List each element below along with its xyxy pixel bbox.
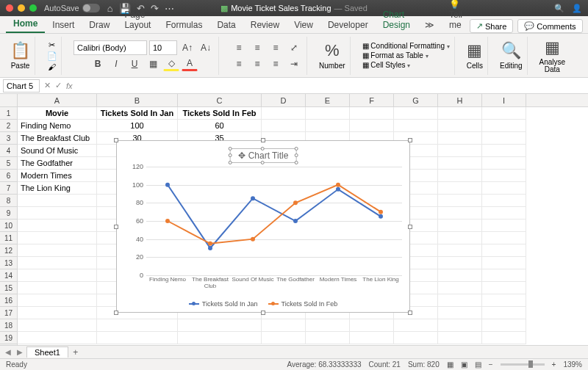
cell[interactable]	[482, 294, 526, 307]
close-icon[interactable]	[6, 4, 13, 12]
cell[interactable]	[438, 332, 482, 344]
column-header[interactable]: D	[262, 94, 306, 106]
row-header[interactable]: 13	[0, 257, 17, 269]
comments-button[interactable]: 💬Comments	[517, 19, 582, 33]
cell[interactable]	[97, 319, 178, 332]
copy-icon[interactable]: 📄	[47, 51, 57, 61]
cell[interactable]: The Lion King	[18, 182, 97, 195]
cell[interactable]	[482, 232, 526, 244]
cell[interactable]: 60	[178, 120, 262, 132]
column-header[interactable]: G	[394, 94, 438, 106]
cell[interactable]	[438, 157, 482, 170]
cell[interactable]	[482, 244, 526, 257]
row-header[interactable]: 12	[0, 244, 17, 257]
cell[interactable]	[350, 120, 394, 132]
resize-handle[interactable]	[114, 225, 118, 229]
cell[interactable]	[438, 319, 482, 332]
resize-handle[interactable]	[408, 138, 412, 142]
column-header[interactable]: E	[306, 94, 350, 106]
cell[interactable]	[482, 269, 526, 282]
tab-view[interactable]: View	[287, 17, 320, 33]
home-icon[interactable]: ⌂	[107, 3, 113, 14]
cell[interactable]	[482, 307, 526, 319]
tab-review[interactable]: Review	[243, 17, 287, 33]
cell[interactable]	[350, 332, 394, 344]
cell[interactable]	[482, 332, 526, 344]
font-name-select[interactable]	[74, 40, 147, 55]
zoom-slider[interactable]	[501, 363, 545, 366]
cell[interactable]	[482, 207, 526, 220]
resize-handle[interactable]	[261, 311, 265, 315]
legend-item[interactable]: Tickets Sold In Jan	[189, 300, 258, 308]
tab-formulas[interactable]: Formulas	[158, 17, 209, 33]
cell[interactable]	[350, 107, 394, 120]
more-icon[interactable]: ⋯	[165, 3, 174, 14]
cell[interactable]	[18, 282, 97, 294]
cell[interactable]	[262, 107, 306, 120]
cell[interactable]	[438, 257, 482, 269]
column-header[interactable]: B	[97, 94, 178, 106]
resize-handle[interactable]	[408, 225, 412, 229]
cells-icon[interactable]: ▦	[467, 41, 482, 60]
align-top-icon[interactable]: ≡	[231, 40, 247, 55]
decrease-font-icon[interactable]: A↓	[198, 40, 214, 55]
cell[interactable]	[482, 120, 526, 132]
align-center-icon[interactable]: ≡	[249, 57, 265, 71]
cell[interactable]	[262, 120, 306, 132]
row-header[interactable]: 19	[0, 332, 17, 344]
sheet-nav-prev-icon[interactable]: ◀	[3, 348, 13, 356]
cell[interactable]	[18, 207, 97, 220]
row-header[interactable]: 2	[0, 120, 17, 132]
cell[interactable]	[18, 244, 97, 257]
format-painter-icon[interactable]: 🖌	[48, 62, 56, 71]
italic-button[interactable]: I	[108, 57, 124, 71]
cell[interactable]	[438, 294, 482, 307]
zoom-in-icon[interactable]: +	[552, 360, 556, 369]
switch-icon[interactable]	[82, 4, 100, 12]
share-button[interactable]: ↗Share	[470, 19, 513, 33]
formula-bar[interactable]	[77, 79, 588, 92]
row-header[interactable]: 7	[0, 182, 17, 195]
chart-object[interactable]: ✥Chart Title020406080100120Finding NemoT…	[116, 140, 410, 313]
cell[interactable]	[438, 182, 482, 195]
cell[interactable]: Movie	[18, 107, 97, 120]
resize-handle[interactable]	[114, 138, 118, 142]
cell[interactable]	[18, 294, 97, 307]
font-color-button[interactable]: A	[182, 57, 198, 71]
tab-chart-design[interactable]: Chart Design	[376, 7, 417, 33]
cell[interactable]	[438, 207, 482, 220]
add-sheet-button[interactable]: +	[70, 347, 82, 358]
confirm-icon[interactable]: ✓	[55, 81, 62, 90]
row-header[interactable]: 5	[0, 157, 17, 170]
tab-page-layout[interactable]: Page Layout	[117, 7, 158, 33]
cell[interactable]	[306, 319, 350, 332]
orientation-icon[interactable]: ⤢	[286, 40, 302, 55]
row-header[interactable]: 16	[0, 294, 17, 307]
cell[interactable]: Tickets Sold In Jan	[97, 107, 178, 120]
window-controls[interactable]	[6, 4, 37, 12]
worksheet-grid[interactable]: 12345678910111213141516171819 MovieTicke…	[0, 107, 588, 349]
align-right-icon[interactable]: ≡	[268, 57, 284, 71]
paste-icon[interactable]: 📋	[10, 41, 30, 60]
row-header[interactable]: 4	[0, 145, 17, 157]
cancel-icon[interactable]: ✕	[44, 81, 51, 90]
chart-title[interactable]: ✥Chart Title	[230, 148, 297, 163]
align-middle-icon[interactable]: ≡	[249, 40, 265, 55]
cell[interactable]	[18, 257, 97, 269]
cut-icon[interactable]: ✂	[49, 40, 55, 50]
autosave-toggle[interactable]: AutoSave	[44, 4, 100, 12]
fx-icon[interactable]: fx	[66, 81, 73, 90]
resize-handle[interactable]	[261, 138, 265, 142]
cell[interactable]	[394, 332, 438, 344]
cell[interactable]	[438, 269, 482, 282]
tab-data[interactable]: Data	[209, 17, 243, 33]
tab-developer[interactable]: Developer	[320, 17, 376, 33]
font-size-select[interactable]	[149, 40, 177, 55]
cell-styles-button[interactable]: ▦ Cell Styles ▾	[362, 61, 411, 69]
legend-item[interactable]: Tickets Sold In Feb	[268, 300, 338, 308]
cell[interactable]	[306, 120, 350, 132]
minimize-icon[interactable]	[18, 4, 25, 12]
cell[interactable]	[438, 307, 482, 319]
search-icon[interactable]: 🔍	[554, 4, 564, 13]
account-icon[interactable]: 👤	[572, 4, 582, 13]
